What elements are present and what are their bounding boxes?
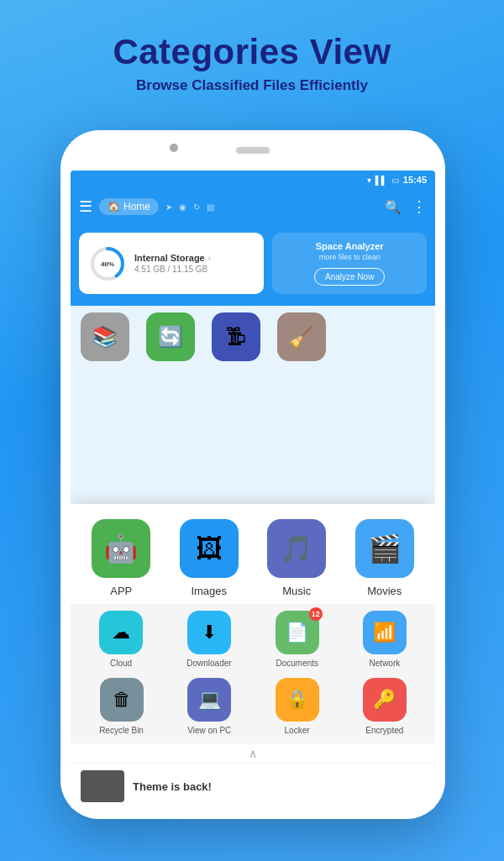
category-encrypted-label: Encrypted: [365, 726, 403, 735]
home-label: Home: [123, 201, 150, 213]
storage-card[interactable]: 40% Internal Storage › 4.51 GB / 11.15 G…: [79, 233, 264, 294]
category-network-icon: 📶: [363, 611, 407, 654]
storage-arrow-icon: ›: [208, 254, 211, 263]
category-recycle-bin[interactable]: 🗑 Recycle Bin: [99, 678, 144, 735]
category-downloader-label: Downloader: [186, 659, 231, 668]
category-network[interactable]: 📶 Network: [363, 611, 407, 668]
partial-icon-3: 🧹: [277, 312, 326, 361]
category-downloader[interactable]: ⬇ Downloader: [186, 611, 231, 668]
phone-camera: [170, 144, 178, 152]
battery-icon: ▭: [391, 176, 399, 185]
partial-icon-1: 🔄: [146, 312, 195, 361]
nav-arrow-icon: ➤: [165, 202, 172, 212]
partial-icon-0: 📚: [81, 312, 129, 361]
storage-size: 4.51 GB / 11.15 GB: [134, 265, 211, 274]
search-icon[interactable]: 🔍: [385, 199, 402, 215]
top-categories-row: 🤖 APP 🖼 Images 🎵 Music 🎬 Movies: [71, 504, 435, 604]
categories-popup: 🤖 APP 🖼 Images 🎵 Music 🎬 Movies: [71, 504, 435, 809]
nav-wifi-icon: ◉: [179, 202, 186, 212]
analyzer-card[interactable]: Space Analyzer more files to clean Analy…: [272, 233, 427, 294]
status-bar: ▾ ▌▌ ▭ 15:45: [71, 171, 435, 189]
category-network-label: Network: [370, 659, 401, 668]
partial-icons-row: 📚 🔄 🗜 🧹: [71, 306, 435, 361]
home-breadcrumb[interactable]: 🏠 Home: [99, 198, 159, 215]
news-thumbnail: [81, 770, 124, 802]
category-locker-icon: 🔒: [276, 678, 319, 722]
category-documents-label: Documents: [276, 659, 318, 668]
category-encrypted-icon: 🔑: [363, 678, 407, 722]
category-downloader-icon: ⬇: [187, 611, 231, 654]
category-music-icon: 🎵: [267, 519, 326, 578]
category-view-on-pc-label: View on PC: [187, 726, 231, 735]
mid-categories-row: ☁ Cloud ⬇ Downloader 📄 12 Documents 📶: [71, 604, 435, 671]
analyzer-title: Space Analyzer: [316, 241, 384, 251]
category-app-label: APP: [110, 585, 132, 597]
analyze-now-button[interactable]: Analyze Now: [314, 268, 385, 286]
category-app[interactable]: 🤖 APP: [92, 519, 150, 597]
page-title: Categories View: [0, 32, 504, 72]
storage-progress-circle: 40%: [89, 245, 126, 282]
storage-title: Internal Storage: [134, 253, 205, 263]
more-icon[interactable]: ⋮: [412, 197, 427, 216]
category-recycle-bin-label: Recycle Bin: [99, 726, 144, 735]
signal-icon: ▌▌: [375, 176, 387, 185]
category-images-label: Images: [191, 585, 227, 597]
phone-speaker: [236, 147, 270, 154]
wifi-icon: ▾: [367, 176, 371, 185]
bot-categories-row: 🗑 Recycle Bin 💻 View on PC 🔒 Locker 🔑 En…: [71, 671, 435, 743]
category-recycle-bin-icon: 🗑: [100, 678, 144, 722]
phone-screen: ▾ ▌▌ ▭ 15:45 ☰ 🏠 Home ➤ ◉ ↻ ▤ 🔍 ⋮: [71, 171, 435, 809]
nav-menu-icon: ▤: [207, 202, 214, 212]
category-movies-icon: 🎬: [355, 519, 414, 578]
storage-info: Internal Storage › 4.51 GB / 11.15 GB: [134, 253, 211, 274]
category-movies-label: Movies: [367, 585, 402, 597]
analyzer-sub: more files to clean: [319, 253, 381, 261]
category-music[interactable]: 🎵 Music: [267, 519, 326, 597]
category-documents[interactable]: 📄 12 Documents: [276, 611, 319, 668]
page-subtitle: Browse Classified Files Efficiently: [0, 77, 504, 94]
header-section: Categories View Browse Classified Files …: [0, 0, 504, 106]
storage-row: 40% Internal Storage › 4.51 GB / 11.15 G…: [71, 224, 435, 306]
category-view-on-pc-icon: 💻: [187, 678, 231, 722]
category-images-icon: 🖼: [180, 519, 239, 578]
documents-badge: 12: [309, 607, 323, 621]
category-images[interactable]: 🖼 Images: [180, 519, 239, 597]
category-cloud-label: Cloud: [110, 659, 132, 668]
news-bar: Theme is back!: [71, 763, 435, 809]
status-time: 15:45: [403, 175, 427, 185]
phone-frame: ▾ ▌▌ ▭ 15:45 ☰ 🏠 Home ➤ ◉ ↻ ▤ 🔍 ⋮: [60, 130, 445, 819]
storage-percent: 40%: [101, 260, 114, 267]
category-encrypted[interactable]: 🔑 Encrypted: [363, 678, 407, 735]
category-view-on-pc[interactable]: 💻 View on PC: [187, 678, 231, 735]
category-cloud-icon: ☁: [99, 611, 143, 654]
category-app-icon: 🤖: [92, 519, 150, 578]
category-documents-icon: 📄 12: [276, 611, 319, 654]
up-chevron[interactable]: ∧: [71, 743, 435, 763]
category-locker[interactable]: 🔒 Locker: [276, 678, 319, 735]
category-music-label: Music: [282, 585, 311, 597]
news-text: Theme is back!: [133, 780, 212, 793]
home-icon: 🏠: [108, 201, 120, 213]
category-locker-label: Locker: [285, 726, 310, 735]
app-bar: ☰ 🏠 Home ➤ ◉ ↻ ▤ 🔍 ⋮: [71, 189, 435, 224]
hamburger-icon[interactable]: ☰: [79, 197, 92, 216]
category-cloud[interactable]: ☁ Cloud: [99, 611, 143, 668]
partial-icon-2: 🗜: [212, 312, 260, 361]
nav-refresh-icon: ↻: [193, 202, 200, 212]
category-movies[interactable]: 🎬 Movies: [355, 519, 414, 597]
